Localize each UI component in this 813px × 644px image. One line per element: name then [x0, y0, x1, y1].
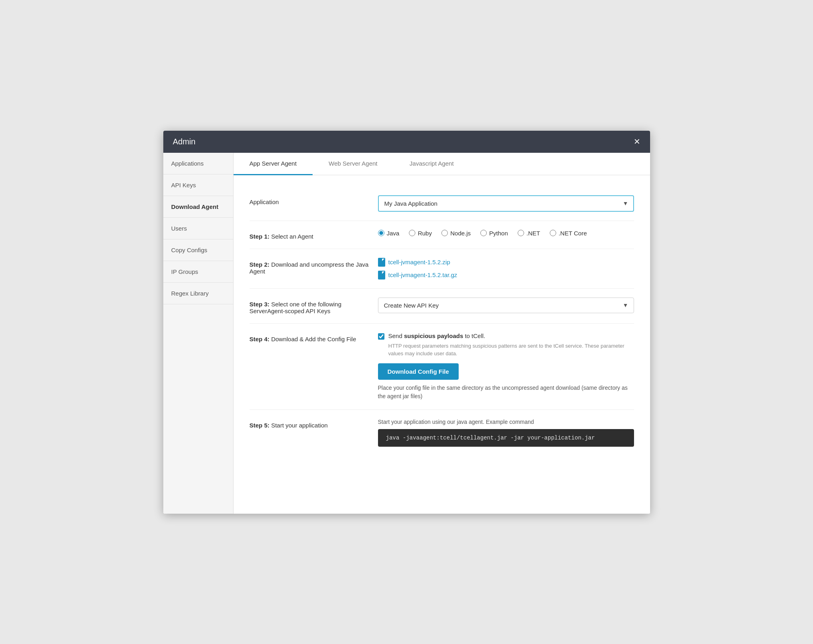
step5-note: Start your application using our java ag…	[378, 419, 634, 425]
step4-row: Step 4: Download & Add the Config File S…	[250, 324, 634, 410]
close-button[interactable]: ✕	[634, 138, 640, 146]
step3-label: Step 3: Select one of the following Serv…	[250, 298, 378, 314]
download-zip-link[interactable]: tcell-jvmagent-1.5.2.zip	[378, 258, 634, 267]
application-row: Application My Java Application ▼	[250, 186, 634, 221]
modal-header: Admin ✕	[163, 131, 650, 153]
sidebar-item-download-agent[interactable]: Download Agent	[163, 196, 233, 218]
step3-control: Create New API Key ▼	[378, 298, 634, 313]
download-links: tcell-jvmagent-1.5.2.zip tcell-jvmagent-…	[378, 258, 634, 279]
tabs-bar: App Server Agent Web Server Agent Javasc…	[234, 153, 650, 175]
step4-label: Step 4: Download & Add the Config File	[250, 332, 378, 342]
radio-nodejs[interactable]: Node.js	[441, 230, 471, 237]
step3-row: Step 3: Select one of the following Serv…	[250, 289, 634, 324]
radio-net[interactable]: .NET	[518, 230, 540, 237]
sidebar-item-regex-library[interactable]: Regex Library	[163, 283, 233, 304]
step5-control: Start your application using our java ag…	[378, 419, 634, 447]
modal-title: Admin	[173, 137, 196, 146]
suspicious-payload-hint: HTTP request parameters matching suspici…	[388, 342, 634, 358]
api-key-select-wrapper: Create New API Key ▼	[378, 298, 634, 313]
step5-label: Step 5: Start your application	[250, 419, 378, 429]
step2-row: Step 2: Download and uncompress the Java…	[250, 249, 634, 289]
radio-java[interactable]: Java	[378, 230, 400, 237]
step5-code: java -javaagent:tcell/tcellagent.jar -ja…	[378, 429, 634, 447]
application-label: Application	[250, 195, 378, 205]
admin-modal: Admin ✕ Applications API Keys Download A…	[163, 131, 650, 514]
sidebar-item-applications[interactable]: Applications	[163, 153, 233, 174]
tab-web-server-agent[interactable]: Web Server Agent	[313, 153, 393, 175]
application-select[interactable]: My Java Application	[378, 195, 634, 212]
radio-python[interactable]: Python	[480, 230, 508, 237]
place-note: Place your config file in the same direc…	[378, 384, 634, 401]
step1-row: Step 1: Select an Agent Java Ruby	[250, 221, 634, 249]
sidebar: Applications API Keys Download Agent Use…	[163, 153, 234, 514]
download-targz-link[interactable]: tcell-jvmagent-1.5.2.tar.gz	[378, 271, 634, 279]
step5-row: Step 5: Start your application Start you…	[250, 410, 634, 456]
main-content: App Server Agent Web Server Agent Javasc…	[234, 153, 650, 514]
suspicious-payload-row: Send suspicious payloads to tCell.	[378, 332, 634, 340]
sidebar-item-copy-configs[interactable]: Copy Configs	[163, 239, 233, 261]
step2-label: Step 2: Download and uncompress the Java…	[250, 258, 378, 275]
step2-control: tcell-jvmagent-1.5.2.zip tcell-jvmagent-…	[378, 258, 634, 279]
step1-control: Java Ruby Node.js	[378, 230, 634, 237]
api-key-select[interactable]: Create New API Key	[378, 298, 634, 313]
content-area: Application My Java Application ▼ Step 1…	[234, 175, 650, 467]
modal-body: Applications API Keys Download Agent Use…	[163, 153, 650, 514]
tab-javascript-agent[interactable]: Javascript Agent	[394, 153, 470, 175]
download-config-button[interactable]: Download Config File	[378, 363, 459, 380]
tab-app-server-agent[interactable]: App Server Agent	[234, 153, 313, 175]
suspicious-payload-text: Send suspicious payloads to tCell.	[388, 332, 486, 339]
suspicious-payload-checkbox[interactable]	[378, 333, 384, 340]
application-select-wrapper: My Java Application ▼	[378, 195, 634, 212]
file-targz-icon	[378, 271, 385, 279]
agent-radio-group: Java Ruby Node.js	[378, 230, 634, 237]
sidebar-item-ip-groups[interactable]: IP Groups	[163, 261, 233, 283]
step1-label: Step 1: Select an Agent	[250, 230, 378, 240]
sidebar-item-api-keys[interactable]: API Keys	[163, 174, 233, 196]
sidebar-item-users[interactable]: Users	[163, 218, 233, 239]
step4-control: Send suspicious payloads to tCell. HTTP …	[378, 332, 634, 401]
radio-net-core[interactable]: .NET Core	[550, 230, 587, 237]
radio-ruby[interactable]: Ruby	[409, 230, 432, 237]
file-zip-icon	[378, 258, 385, 267]
application-control: My Java Application ▼	[378, 195, 634, 212]
